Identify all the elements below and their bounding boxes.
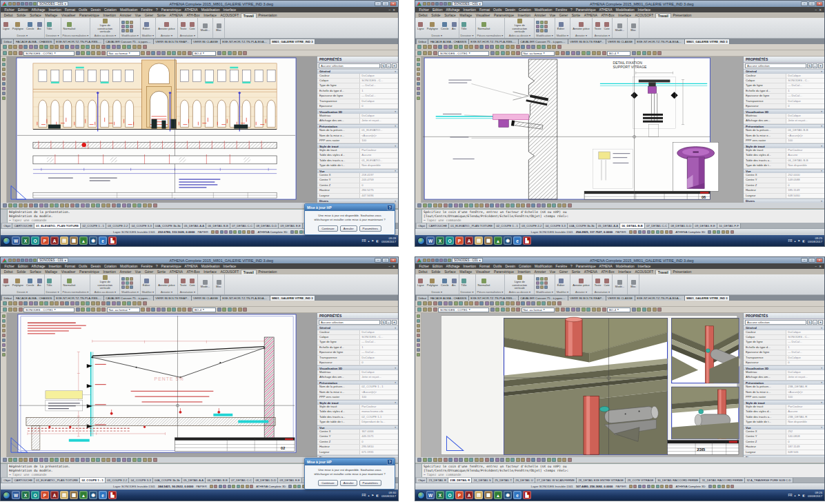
ribbon-group-label[interactable]: Annotation ▾: [179, 290, 196, 294]
close-button[interactable]: ×: [816, 258, 823, 263]
ribbon-tab[interactable]: Annoter: [118, 270, 133, 274]
properties-tool-button[interactable]: +: [386, 63, 391, 68]
layout-tab[interactable]: 25_DETAIL T: [493, 478, 514, 483]
property-value[interactable]: 252: [786, 430, 824, 434]
toolbar-icon[interactable]: [97, 308, 101, 312]
layout-tab[interactable]: CARTOUCHE: [12, 223, 34, 228]
toolbar-icon[interactable]: [96, 203, 100, 208]
viewport-bottom-right[interactable]: [672, 387, 739, 439]
taskbar-icon-folder[interactable]: ▤: [475, 236, 483, 245]
ribbon-group-label[interactable]: Annoter ▾: [572, 34, 590, 38]
property-value[interactable]: ParCouleur: [786, 148, 824, 152]
toolbar-icon[interactable]: [232, 308, 237, 312]
close-button[interactable]: ×: [390, 258, 397, 263]
ribbon-tab[interactable]: Début: [2, 270, 14, 274]
menu-item[interactable]: Format: [477, 265, 491, 268]
toolbar-icon[interactable]: [490, 51, 495, 55]
ribbon-button[interactable]: Ligne de construction verticale: [92, 19, 118, 34]
menu-item[interactable]: Cotation: [103, 265, 119, 268]
ribbon-button[interactable]: Arc: [451, 279, 457, 288]
ribbon-group-label[interactable]: Dessin ▾: [417, 34, 457, 38]
toolbar-icon[interactable]: [33, 2, 37, 6]
ribbon-tab[interactable]: ACOUSOFT: [219, 13, 241, 18]
toolbar-icon[interactable]: [188, 51, 192, 55]
property-value[interactable]: <Aucun(e)>: [359, 390, 398, 394]
toolbar-icon[interactable]: [428, 458, 432, 462]
toolbar-icon[interactable]: [540, 281, 544, 285]
document-tab[interactable]: Début: [417, 296, 428, 301]
toolbar-icon[interactable]: [126, 285, 129, 289]
ribbon-tab[interactable]: Interface: [201, 270, 218, 274]
toolbar-icon[interactable]: [19, 203, 23, 208]
toolbar-icon[interactable]: [232, 485, 235, 488]
toolbar-icon[interactable]: [428, 308, 432, 312]
toolbar-icon[interactable]: [122, 203, 126, 208]
toolbar-icon[interactable]: [557, 301, 561, 305]
toolbar-icon[interactable]: [433, 301, 437, 305]
toolbar-icon[interactable]: [475, 45, 479, 49]
selection-dropdown[interactable]: Aucune sélection: [745, 63, 806, 68]
toolbar-icon[interactable]: [485, 203, 489, 208]
properties-tool-button[interactable]: +: [813, 320, 817, 325]
toolbar-icon[interactable]: [44, 301, 48, 305]
layout-tab[interactable]: 23B_DETAIL R: [448, 478, 472, 483]
toolbar-icon[interactable]: [39, 203, 43, 208]
ribbon-button[interactable]: Ligne: [2, 279, 10, 288]
ribbon-tab[interactable]: Solide: [429, 270, 442, 274]
document-tab[interactable]: CAVALIER Caisson 75 - à jupes rainurées.…: [104, 296, 154, 301]
menu-item[interactable]: Modification: [118, 8, 139, 12]
menu-item[interactable]: Affichage: [30, 8, 47, 12]
ribbon-button[interactable]: Cercle: [26, 22, 35, 31]
toolbar-icon[interactable]: [536, 285, 539, 289]
system-tray[interactable]: FR ▴ ⚑ ◧ 09:2503/08/2017: [788, 237, 822, 243]
toolbar-icon[interactable]: [8, 259, 12, 262]
toolbar-icon[interactable]: [75, 458, 79, 462]
toolbar-icon[interactable]: [657, 308, 662, 312]
toolbar-icon[interactable]: [137, 45, 141, 49]
toolbar-icon[interactable]: [65, 301, 69, 305]
toolbar-icon[interactable]: [228, 51, 232, 55]
toolbar-icon[interactable]: [540, 21, 544, 24]
layout-tab[interactable]: 09_DETAIL E-E: [278, 478, 302, 483]
toolbar-icon[interactable]: [647, 230, 650, 234]
ribbon-tab[interactable]: Présentation: [671, 13, 694, 18]
property-value[interactable]: Aucune: [786, 153, 824, 157]
ribbon-extra-button[interactable]: Bloc: [213, 274, 225, 294]
taskbar-icon-folder[interactable]: ▤: [60, 491, 68, 499]
toolbar-icon[interactable]: [121, 281, 125, 285]
toolbar-icon[interactable]: [506, 308, 510, 312]
toolbar-icon[interactable]: [510, 301, 515, 305]
toolbar-icon[interactable]: [8, 203, 12, 208]
toolbar-icon[interactable]: [2, 324, 6, 327]
ribbon-tab[interactable]: Présentation: [257, 13, 279, 18]
start-button[interactable]: [417, 492, 425, 499]
titlebar[interactable]: SONODES - C01▾ ATHENA Complete 2015_M801…: [1, 1, 398, 7]
ribbon-group-label[interactable]: Dessiner ▾: [46, 34, 59, 38]
ribbon-tab[interactable]: Gérer: [143, 270, 155, 274]
property-value[interactable]: — DuCal...: [359, 350, 398, 354]
toolbar-icon[interactable]: [582, 51, 586, 55]
system-tray[interactable]: FR ▴ ⚑ ◧ 09:2603/08/2017: [788, 492, 822, 498]
menu-item[interactable]: Modélisation: [199, 8, 221, 12]
toolbar-icon[interactable]: [3, 308, 7, 312]
toolbar-icon[interactable]: [516, 458, 520, 462]
toolbar-icon[interactable]: [602, 51, 606, 55]
toolbar-icon[interactable]: [126, 21, 129, 24]
toolbar-icon[interactable]: [143, 45, 147, 49]
toolbar-icon[interactable]: [2, 72, 6, 76]
toolbar-icon[interactable]: [122, 301, 126, 305]
toolbar-icon[interactable]: [75, 203, 79, 208]
format-dropdown[interactable]: Nat. au format▾: [521, 51, 555, 56]
toolbar-icon[interactable]: [526, 301, 530, 305]
toolbar-icon[interactable]: [21, 2, 24, 6]
toolbar-icon[interactable]: [438, 203, 442, 208]
layout-tab[interactable]: Objet: [2, 478, 12, 483]
workspace-switcher[interactable]: ATHENA Complete 3D: [675, 230, 705, 234]
toolbar-icon[interactable]: [516, 45, 520, 49]
toolbar-icon[interactable]: [237, 485, 240, 488]
ribbon-button[interactable]: Ligne de construction verticale: [92, 275, 118, 290]
toolbar-icon[interactable]: [571, 51, 575, 55]
toolbar-icon[interactable]: [417, 329, 420, 332]
toolbar-icon[interactable]: [8, 51, 12, 55]
toolbar-icon[interactable]: [544, 29, 548, 32]
